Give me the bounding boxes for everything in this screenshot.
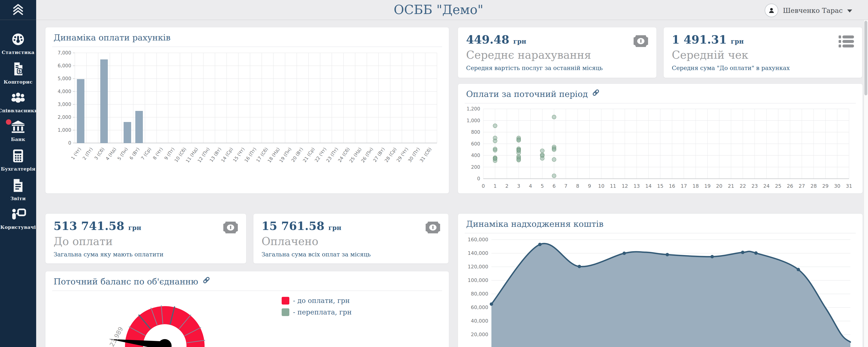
sidebar-item-label: Користувачі xyxy=(0,224,36,230)
svg-text:7,000: 7,000 xyxy=(58,50,71,56)
stat-title: Середній чек xyxy=(672,49,854,61)
svg-text:4 (Нд): 4 (Нд) xyxy=(104,147,117,161)
card-balance: Поточний баланс по об'єднанню 23,989 - д… xyxy=(45,271,449,347)
svg-text:3 (Сб): 3 (Сб) xyxy=(93,147,105,161)
svg-text:1,200: 1,200 xyxy=(467,106,480,112)
sidebar-item-users[interactable]: Користувачі xyxy=(0,205,36,233)
svg-text:600: 600 xyxy=(471,141,480,147)
link-icon[interactable] xyxy=(592,89,600,97)
svg-text:9 (Пт): 9 (Пт) xyxy=(163,147,176,161)
svg-text:23,989: 23,989 xyxy=(108,326,125,347)
svg-text:9: 9 xyxy=(588,183,591,189)
legend-label: - переплата, грн xyxy=(293,308,352,316)
svg-text:$: $ xyxy=(18,69,21,73)
legend-item-overpay: - переплата, грн xyxy=(282,308,352,316)
coowners-icon xyxy=(10,92,26,105)
card-title: Оплати за поточний період xyxy=(466,89,588,99)
bank-icon xyxy=(11,120,26,134)
area-chart[interactable]: 160,000140,000120,000100,00080,00060,000… xyxy=(465,235,856,347)
svg-text:16 (Пт): 16 (Пт) xyxy=(243,147,257,163)
banknote-icon xyxy=(426,221,440,234)
bar-chart[interactable]: 01,0002,0003,0004,0005,0006,0007,0001 (Ч… xyxy=(52,49,442,188)
card-bills-dynamics: Динаміка оплати рахунків 01,0002,0003,00… xyxy=(45,27,449,194)
svg-text:14 (Ср): 14 (Ср) xyxy=(220,147,234,163)
svg-text:18 (Нд): 18 (Нд) xyxy=(267,147,281,163)
card-paid: 15 761.58 грн Оплачено Загальна сума всі… xyxy=(253,214,449,264)
sidebar-item-label: Кошторис xyxy=(4,79,33,85)
banknote-icon xyxy=(633,35,648,48)
stat-description: Середня сума "До оплати" в рахунках xyxy=(672,65,854,71)
sidebar-item-bank[interactable]: Банк xyxy=(0,117,36,146)
sidebar-item-statistics[interactable]: Статистика xyxy=(0,29,36,59)
svg-text:24: 24 xyxy=(763,183,770,189)
svg-text:1,000: 1,000 xyxy=(58,127,71,133)
svg-text:100,000: 100,000 xyxy=(468,277,488,283)
sidebar-item-label: Банк xyxy=(11,136,25,142)
user-menu[interactable]: Шевченко Тарас xyxy=(765,4,852,17)
legend-item-due: - до оплати, грн xyxy=(282,296,352,305)
svg-text:23 (Пт): 23 (Пт) xyxy=(325,147,339,163)
reports-icon xyxy=(12,179,24,193)
svg-text:7: 7 xyxy=(564,183,567,189)
scatter-chart[interactable]: 0123456789101112131415161718192021222324… xyxy=(465,106,856,193)
sidebar-item-estimate[interactable]: $ Кошторис xyxy=(0,59,36,88)
svg-text:11: 11 xyxy=(610,183,616,189)
svg-text:6,000: 6,000 xyxy=(58,63,71,68)
sidebar-item-reports[interactable]: Звіти xyxy=(0,175,36,205)
card-funds-inflow: Динаміка надходження коштів 160,000140,0… xyxy=(458,214,863,347)
notification-badge xyxy=(6,119,11,125)
sidebar-item-label: Бухгалтерія xyxy=(1,166,35,172)
dashboard-page: Статистика $ Кошторис xyxy=(0,0,868,347)
gauge-legend: - до оплати, грн - переплата, грн xyxy=(282,296,352,316)
currency-label: грн xyxy=(731,38,744,45)
svg-text:17: 17 xyxy=(681,183,687,189)
gauge-chart[interactable]: 23,989 xyxy=(104,290,262,347)
sidebar-item-label: Співвласники xyxy=(0,108,38,114)
card-due: 513 741.58 грн До оплати Загальна сума я… xyxy=(45,214,246,264)
app-logo[interactable] xyxy=(0,0,36,20)
svg-text:2,000: 2,000 xyxy=(58,115,71,120)
svg-text:23: 23 xyxy=(751,183,758,189)
legend-swatch-red xyxy=(282,297,289,305)
svg-text:29: 29 xyxy=(822,183,829,189)
link-icon[interactable] xyxy=(202,276,211,284)
scrollbar[interactable] xyxy=(864,0,868,347)
svg-text:5: 5 xyxy=(541,183,544,189)
svg-text:27: 27 xyxy=(799,183,805,189)
svg-text:0: 0 xyxy=(482,183,485,189)
scrollbar-thumb[interactable] xyxy=(864,21,867,95)
svg-text:6 (Вт): 6 (Вт) xyxy=(128,147,141,161)
stat-title: Оплачено xyxy=(261,235,440,247)
svg-text:2: 2 xyxy=(505,183,508,189)
svg-text:160,000: 160,000 xyxy=(468,237,488,243)
svg-text:18: 18 xyxy=(692,183,699,189)
svg-text:120,000: 120,000 xyxy=(468,264,488,270)
card-payments-period: Оплати за поточний період 01234567891011… xyxy=(458,84,863,194)
svg-text:15: 15 xyxy=(657,183,663,189)
svg-text:28: 28 xyxy=(810,183,817,189)
svg-text:1: 1 xyxy=(493,183,497,189)
svg-text:60,000: 60,000 xyxy=(471,305,488,310)
svg-text:2 (Пт): 2 (Пт) xyxy=(81,147,94,161)
avatar xyxy=(765,4,778,17)
card-title: Динаміка оплати рахунків xyxy=(54,33,170,42)
svg-text:20: 20 xyxy=(716,183,722,189)
svg-text:40,000: 40,000 xyxy=(471,318,488,324)
svg-text:800: 800 xyxy=(471,129,480,135)
accounting-icon xyxy=(12,149,24,164)
svg-text:0: 0 xyxy=(477,176,480,181)
svg-text:1 (Чт): 1 (Чт) xyxy=(70,147,82,161)
sidebar-item-coowners[interactable]: Співвласники xyxy=(0,88,36,117)
stat-value: 1 491.31 грн xyxy=(672,34,854,45)
header: ОСББ "Демо" Шевченко Тарас xyxy=(36,0,868,20)
svg-text:26: 26 xyxy=(787,183,793,189)
sidebar-item-label: Звіти xyxy=(10,196,26,201)
card-avg-charge: 449.48 грн Середнє нарахування Середня в… xyxy=(458,27,657,78)
stat-title: Середнє нарахування xyxy=(466,49,648,61)
svg-text:5 (Пн): 5 (Пн) xyxy=(116,147,129,161)
sidebar-item-accounting[interactable]: Бухгалтерія xyxy=(0,146,36,175)
stat-value: 513 741.58 грн xyxy=(54,220,238,232)
svg-text:20,000: 20,000 xyxy=(471,332,488,337)
svg-text:11 (Нд): 11 (Нд) xyxy=(185,147,199,163)
statistics-icon xyxy=(11,32,25,47)
